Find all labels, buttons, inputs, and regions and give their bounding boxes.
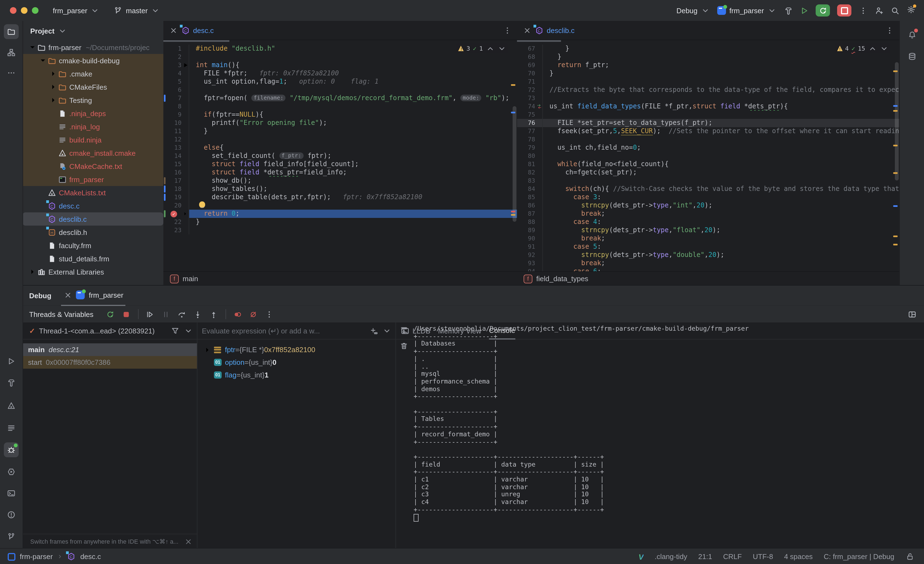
code-line-68[interactable]: 68 } <box>517 53 899 61</box>
code-text[interactable]: switch(ch){ //Switch-Case checks the val… <box>543 185 899 193</box>
stop-square-icon[interactable] <box>122 310 131 319</box>
step-into-icon[interactable] <box>194 310 202 319</box>
code-text[interactable]: break; <box>543 235 899 243</box>
code-line-21[interactable]: ✓ return 0; <box>164 210 517 218</box>
gutter[interactable]: 22 <box>164 218 189 226</box>
tree-item-cmakefiles[interactable]: CMakeFiles <box>22 80 164 93</box>
lock-open-icon[interactable] <box>905 552 914 561</box>
gutter[interactable]: 80 <box>517 152 543 160</box>
gutter[interactable]: 70 <box>517 69 543 78</box>
code-line-3[interactable]: 3int main(){ <box>164 61 517 69</box>
code-line-84[interactable]: 84 switch(ch){ //Switch-Case checks the … <box>517 185 899 193</box>
status-utf-8[interactable]: UTF-8 <box>753 552 773 561</box>
code-text[interactable]: FILE *set_ptr=set_to_data_types(f_ptr); <box>543 119 899 127</box>
close-tab-icon[interactable] <box>522 26 531 35</box>
code-line-69[interactable]: 69 return f_ptr; <box>517 61 899 69</box>
gutter[interactable]: 12 <box>164 135 189 144</box>
code-text[interactable]: return f_ptr; <box>543 61 899 69</box>
zoom-window-button[interactable] <box>32 7 39 14</box>
step-over-icon[interactable] <box>178 310 186 319</box>
status-4-spaces[interactable]: 4 spaces <box>784 552 813 561</box>
tab-options-icon[interactable] <box>885 26 894 35</box>
variable-fptr[interactable]: fptr = {FILE *} 0x7ff852a82100 <box>198 343 396 356</box>
code-text[interactable]: show_db(); <box>189 177 517 185</box>
code-line-5[interactable]: 5 us_int option,flag=1; option: 0 flag: … <box>164 78 517 86</box>
gutter[interactable]: 14 <box>164 152 189 160</box>
gutter[interactable]: 86 <box>517 202 543 210</box>
strip-cmake[interactable] <box>4 399 19 413</box>
code-line-91[interactable]: 91 case 5: <box>517 243 899 251</box>
inspections-widget[interactable]: ! 3 ✓ 1 <box>456 44 508 53</box>
mute-breakpoints-icon[interactable] <box>249 310 258 319</box>
status-clang-tidy[interactable]: .clang-tidy <box>654 552 687 561</box>
gutter[interactable]: 89 <box>517 226 543 235</box>
strip-build-hammer[interactable] <box>4 375 19 390</box>
tree-item-testing[interactable]: Testing <box>22 93 164 107</box>
status-c-frm-parser-debug[interactable]: C: frm_parser | Debug <box>824 552 894 561</box>
close-window-button[interactable] <box>10 7 16 14</box>
gutter[interactable]: 85 <box>517 193 543 202</box>
tree-item-desc-c[interactable]: Cdesc.c <box>22 199 164 212</box>
breadcrumb-function[interactable]: main <box>183 275 198 283</box>
variable-flag[interactable]: 01flag = {us_int} 1 <box>198 368 396 381</box>
tree-item-stud-details-frm[interactable]: stud_details.frm <box>22 252 164 265</box>
tree-chevron-icon[interactable] <box>49 83 58 91</box>
code-line-80[interactable]: 80 <box>517 152 899 160</box>
gutter[interactable]: 77 <box>517 127 543 135</box>
code-text[interactable]: break; <box>543 210 899 218</box>
prev-issue-icon[interactable] <box>486 44 495 53</box>
code-text[interactable]: struct field field_info[field_count]; <box>189 160 517 168</box>
gutter[interactable]: ✓ <box>164 210 189 218</box>
tree-chevron-icon[interactable] <box>39 56 47 65</box>
gutter[interactable]: 6 <box>164 86 189 94</box>
code-text[interactable]: case 5: <box>543 243 899 251</box>
code-line-20[interactable]: 20 <box>164 202 517 210</box>
gutter[interactable]: 88 <box>517 218 543 226</box>
code-line-14[interactable]: 14 set_field_count( f_ptr: fptr); <box>164 152 517 160</box>
code-line-11[interactable]: 11 } <box>164 127 517 135</box>
tree-item-desclib-h[interactable]: Hdesclib.h <box>22 226 164 239</box>
code-line-78[interactable]: 78 <box>517 135 899 144</box>
gutter[interactable]: 71 <box>517 78 543 86</box>
scrollbar-thumb[interactable] <box>895 62 899 180</box>
thread-selector[interactable]: ✓ Thread-1-<com.a...ead> (22083921) <box>22 322 197 340</box>
code-text[interactable]: } <box>189 218 517 226</box>
gutter[interactable]: 7 <box>164 94 189 102</box>
code-text[interactable]: FILE *fptr; fptr: 0x7ff852a82100 <box>189 69 517 78</box>
code-text[interactable]: } <box>543 53 899 61</box>
gutter[interactable]: 13 <box>164 144 189 152</box>
tree-item-cmakecache-txt[interactable]: CMakeCache.txt <box>22 159 164 173</box>
editor-scrollbar[interactable] <box>509 40 517 271</box>
tree-chevron-icon[interactable] <box>49 96 58 105</box>
code-line-92[interactable]: 92 strncpy(dets_ptr->type,"double",20); <box>517 251 899 259</box>
gutter[interactable]: 73 <box>517 94 543 102</box>
code-text[interactable] <box>543 94 899 102</box>
project-widget[interactable]: frm_parser <box>53 6 99 15</box>
run-play-icon[interactable] <box>800 6 808 15</box>
gutter[interactable]: 72 <box>517 86 543 94</box>
tree-item-cmake-install-cmake[interactable]: cmake_install.cmake <box>22 146 164 159</box>
hscroll-indicator[interactable] <box>164 40 230 42</box>
gutter[interactable]: 76 <box>517 119 543 127</box>
gutter[interactable]: 11 <box>164 127 189 135</box>
code-line-13[interactable]: 13 else{ <box>164 144 517 152</box>
code-text[interactable] <box>543 111 899 119</box>
code-text[interactable] <box>543 78 899 86</box>
vcs-widget[interactable]: master <box>114 6 160 15</box>
code-text[interactable]: describe_table(dets_ptr,fptr); fptr: 0x7… <box>189 193 517 202</box>
code-text[interactable]: case 4: <box>543 218 899 226</box>
gutter[interactable]: 94 <box>517 268 543 271</box>
variable-option[interactable]: 01option = {us_int} 0 <box>198 356 396 368</box>
tree-item-cmake-build-debug[interactable]: cmake-build-debug <box>22 54 164 67</box>
gutter[interactable]: 90 <box>517 235 543 243</box>
code-line-76[interactable]: 76 FILE *set_ptr=set_to_data_types(f_ptr… <box>517 119 899 127</box>
breadcrumb[interactable]: f field_data_types <box>517 271 899 285</box>
tree-item-external-libraries[interactable]: External Libraries <box>22 265 164 278</box>
code-line-8[interactable]: 8 <box>164 102 517 111</box>
code-line-15[interactable]: 15 struct field field_info[field_count]; <box>164 160 517 168</box>
add-watch-icon[interactable] <box>369 326 378 335</box>
strip-project-folder[interactable] <box>4 24 19 39</box>
code-text[interactable] <box>189 86 517 94</box>
rail-notifications[interactable] <box>905 27 920 42</box>
code-line-79[interactable]: 79 us_int ch,field_no=0; <box>517 144 899 152</box>
